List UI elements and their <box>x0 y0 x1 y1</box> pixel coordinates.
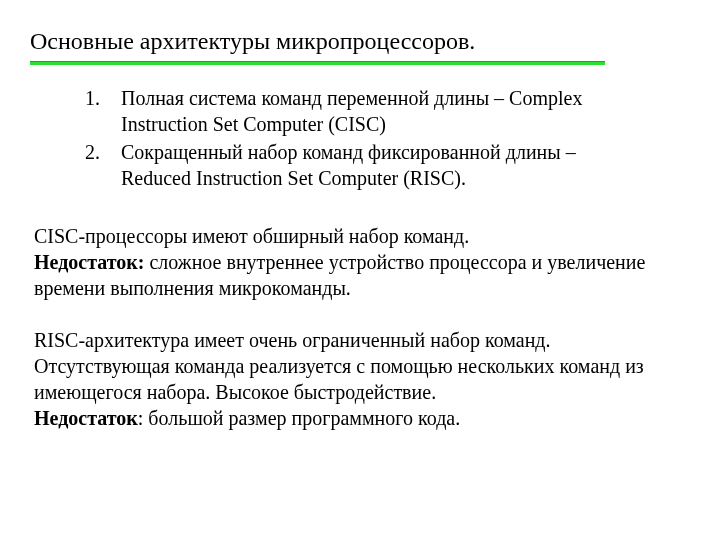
list-item: 1. Полная система команд переменной длин… <box>85 85 630 137</box>
risc-paragraph: RISC-архитектура имеет очень ограниченны… <box>34 327 684 431</box>
slide-title: Основные архитектуры микропроцессоров. <box>30 28 690 55</box>
risc-drawback-label: Недостаток <box>34 407 138 429</box>
list-item: 2. Сокращенный набор команд фиксированно… <box>85 139 630 191</box>
risc-line1: RISC-архитектура имеет очень ограниченны… <box>34 329 644 403</box>
list-text: Сокращенный набор команд фиксированной д… <box>121 139 630 191</box>
numbered-list: 1. Полная система команд переменной длин… <box>85 85 630 191</box>
list-text: Полная система команд переменной длины –… <box>121 85 630 137</box>
risc-drawback-text: : большой размер программного кода. <box>138 407 460 429</box>
cisc-line1: CISC-процессоры имеют обширный набор ком… <box>34 225 469 247</box>
list-number: 2. <box>85 139 121 191</box>
list-number: 1. <box>85 85 121 137</box>
cisc-drawback-label: Недостаток: <box>34 251 144 273</box>
title-underline <box>30 61 605 65</box>
body-text: CISC-процессоры имеют обширный набор ком… <box>34 223 684 431</box>
cisc-paragraph: CISC-процессоры имеют обширный набор ком… <box>34 223 684 301</box>
